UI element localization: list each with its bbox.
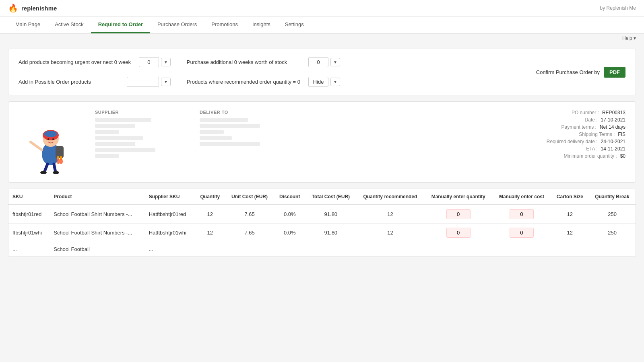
recommended-value[interactable]: Hide bbox=[308, 77, 328, 87]
main-content: Add products becoming urgent over next 0… bbox=[0, 43, 644, 263]
cell-qty-recommended: 12 bbox=[356, 224, 424, 242]
col-carton-size: Carton Size bbox=[551, 189, 589, 205]
urgent-dropdown[interactable]: ▼ bbox=[161, 58, 171, 66]
po-number-row: PO number : REP00313 bbox=[547, 110, 625, 115]
cell-sku: ftbshtjr01red bbox=[8, 205, 50, 224]
cell-qty-break: 250 bbox=[589, 205, 636, 224]
nav-main-page[interactable]: Main Page bbox=[8, 16, 47, 33]
cell-manually-cost-input[interactable] bbox=[510, 209, 534, 219]
table-row: ftbshtjr01redSchool Football Shirt Numbe… bbox=[8, 205, 636, 224]
table-row: ...School Football... bbox=[8, 242, 636, 257]
supplier-label: SUPPLIER bbox=[95, 110, 175, 115]
purchase-select-group: 0 ▼ bbox=[308, 57, 340, 67]
nav-settings[interactable]: Settings bbox=[278, 16, 311, 33]
po-eta-val: 14-11-2021 bbox=[601, 146, 625, 152]
left-filters: Add products becoming urgent over next 0… bbox=[19, 57, 171, 87]
urgent-value[interactable]: 0 bbox=[139, 57, 159, 67]
nav-active-stock[interactable]: Active Stock bbox=[47, 16, 91, 33]
supplier-line-4 bbox=[95, 136, 143, 140]
po-payment-row: Payment terms : Net 14 days bbox=[547, 124, 625, 130]
possible-select-group: ▼ bbox=[127, 77, 171, 87]
cell-manually-qty-input[interactable] bbox=[446, 228, 471, 238]
purchase-row: Purchase additional 0 weeks worth of sto… bbox=[187, 57, 340, 67]
possible-dropdown[interactable]: ▼ bbox=[161, 78, 171, 86]
po-eta-label: ETA : bbox=[586, 146, 597, 152]
cell-quantity: 12 bbox=[195, 224, 225, 242]
col-qty-recommended: Quantity recommended bbox=[356, 189, 424, 205]
supplier-line-7 bbox=[95, 154, 119, 158]
pdf-button[interactable]: PDF bbox=[604, 67, 625, 78]
supplier-line-6 bbox=[95, 148, 155, 152]
help-link[interactable]: Help ▾ bbox=[622, 35, 636, 41]
svg-rect-4 bbox=[56, 146, 64, 158]
cell-sku: ... bbox=[8, 242, 50, 257]
table-body: ftbshtjr01redSchool Football Shirt Numbe… bbox=[8, 205, 636, 257]
svg-line-8 bbox=[44, 164, 47, 172]
col-total-cost: Total Cost (EUR) bbox=[305, 189, 356, 205]
col-product: Product bbox=[50, 189, 144, 205]
cell-manually-cost-input[interactable] bbox=[510, 228, 534, 238]
cell-manually-qty bbox=[424, 205, 492, 224]
col-manually-qty: Manually enter quantity bbox=[424, 189, 492, 205]
cell-discount: 0.0% bbox=[274, 224, 305, 242]
svg-point-3 bbox=[44, 131, 57, 137]
svg-point-14 bbox=[57, 158, 60, 164]
deliver-line-1 bbox=[200, 118, 248, 122]
col-supplier-sku: Supplier SKU bbox=[145, 189, 195, 205]
cell-quantity: 12 bbox=[195, 205, 225, 224]
svg-line-9 bbox=[54, 164, 56, 172]
col-quantity: Quantity bbox=[195, 189, 225, 205]
urgent-select-group: 0 ▼ bbox=[139, 57, 171, 67]
cell-total-cost: 91.80 bbox=[305, 224, 356, 242]
deliver-section: DELIVER TO bbox=[200, 110, 280, 174]
col-manually-cost: Manually enter cost bbox=[492, 189, 551, 205]
cell-manually-cost bbox=[492, 205, 551, 224]
po-shipping-val: FIS bbox=[618, 132, 625, 137]
po-min-order-label: Minimum order quantity : bbox=[564, 153, 617, 159]
po-min-order-val: $0 bbox=[620, 153, 625, 159]
cell-discount bbox=[274, 242, 305, 257]
nav-bar: Main Page Active Stock Required to Order… bbox=[0, 16, 644, 34]
po-info-section: PO number : REP00313 Date : 17-10-2021 P… bbox=[547, 110, 625, 174]
recommended-dropdown[interactable]: ▼ bbox=[330, 78, 340, 86]
svg-line-7 bbox=[31, 142, 42, 150]
mascot-svg bbox=[27, 110, 75, 174]
nav-insights[interactable]: Insights bbox=[245, 16, 278, 33]
po-date-label: Date : bbox=[585, 117, 598, 123]
mascot-area bbox=[19, 110, 83, 174]
nav-required-to-order[interactable]: Required to Order bbox=[91, 16, 150, 33]
nav-purchase-orders[interactable]: Purchase Orders bbox=[150, 16, 204, 33]
urgent-label: Add products becoming urgent over next 0… bbox=[19, 59, 131, 65]
cell-carton-size bbox=[551, 242, 589, 257]
cell-qty-break bbox=[589, 242, 636, 257]
purchase-dropdown[interactable]: ▼ bbox=[330, 58, 340, 66]
cell-manually-qty-input[interactable] bbox=[446, 209, 471, 219]
possible-row: Add in Possible Order products ▼ bbox=[19, 77, 171, 87]
po-delivery-label: Required delivery date : bbox=[547, 139, 598, 144]
confirm-section: Confirm Purchase Order by PDF bbox=[536, 67, 625, 78]
filter-panel: Add products becoming urgent over next 0… bbox=[8, 49, 636, 95]
recommended-row: Products where recommended order quantit… bbox=[187, 77, 340, 87]
nav-promotions[interactable]: Promotions bbox=[204, 16, 245, 33]
confirm-label: Confirm Purchase Order by bbox=[536, 69, 600, 75]
col-sku: SKU bbox=[8, 189, 50, 205]
cell-product: School Football Shirt Numbers -... bbox=[50, 224, 144, 242]
supplier-line-3 bbox=[95, 130, 119, 134]
supplier-line-5 bbox=[95, 142, 135, 146]
col-qty-break: Quantity Break bbox=[589, 189, 636, 205]
purchase-value[interactable]: 0 bbox=[308, 57, 328, 67]
logo-icon: 🔥 bbox=[8, 3, 18, 13]
cell-unit-cost: 7.65 bbox=[225, 205, 274, 224]
deliver-label: DELIVER TO bbox=[200, 110, 280, 115]
deliver-line-4 bbox=[200, 136, 232, 140]
svg-point-10 bbox=[40, 171, 47, 174]
cell-carton-size: 12 bbox=[551, 224, 589, 242]
cell-product: School Football Shirt Numbers -... bbox=[50, 205, 144, 224]
cell-sku: ftbshtjr01whi bbox=[8, 224, 50, 242]
po-shipping-row: Shipping Terms : FIS bbox=[547, 132, 625, 137]
table-row: ftbshtjr01whiSchool Football Shirt Numbe… bbox=[8, 224, 636, 242]
table-header-row: SKU Product Supplier SKU Quantity Unit C… bbox=[8, 189, 636, 205]
possible-value[interactable] bbox=[127, 77, 159, 87]
svg-point-15 bbox=[60, 158, 63, 164]
cell-unit-cost: 7.65 bbox=[225, 224, 274, 242]
